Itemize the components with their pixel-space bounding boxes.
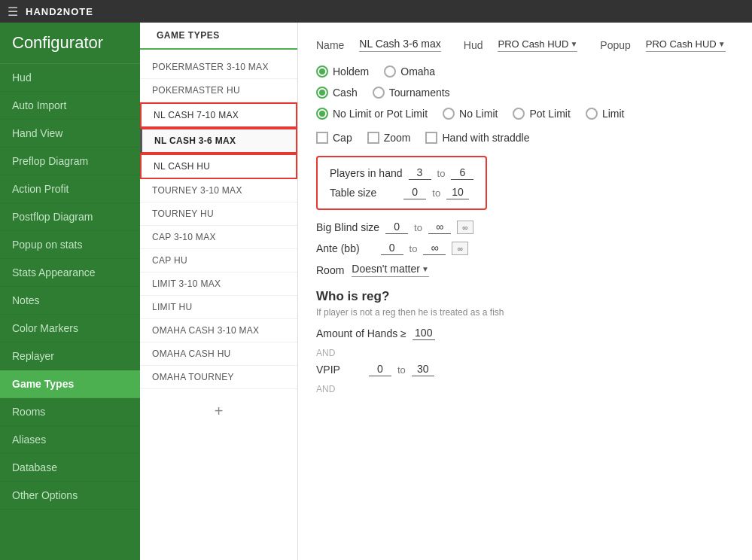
game-type-item-11[interactable]: OMAHA CASH 3-10 MAX	[140, 319, 297, 342]
table-size-to[interactable]: 10	[446, 186, 469, 199]
players-in-hand-to[interactable]: 6	[451, 166, 473, 180]
vpip-to[interactable]: 30	[412, 363, 434, 376]
popup-label: Popup	[600, 39, 630, 51]
no-limit-circle	[443, 108, 455, 120]
sidebar-item-color-markers[interactable]: Color Markers	[0, 315, 140, 342]
who-is-reg-section: Who is reg? If player is not a reg then …	[316, 289, 734, 394]
popup-select[interactable]: PRO Cash HUD ▼	[646, 38, 726, 52]
hand-with-straddle-label: Hand with straddle	[442, 132, 529, 144]
name-row: Name NL Cash 3-6 max Hud PRO Cash HUD ▼ …	[316, 38, 734, 52]
table-size-from[interactable]: 0	[403, 186, 426, 199]
no-limit-or-pot-label: No Limit or Pot Limit	[333, 108, 428, 120]
sidebar-item-game-types[interactable]: Game Types	[0, 370, 140, 398]
pot-limit-label: Pot Limit	[529, 108, 570, 120]
cap-checkbox[interactable]: Cap	[316, 132, 352, 144]
holdem-radio[interactable]: Holdem	[316, 65, 369, 78]
holdem-label: Holdem	[333, 65, 369, 78]
game-type-item-7[interactable]: CAP 3-10 MAX	[140, 226, 297, 249]
no-limit-or-pot-radio[interactable]: No Limit or Pot Limit	[316, 108, 428, 120]
name-label: Name	[316, 39, 344, 51]
game-type-item-6[interactable]: TOURNEY HU	[140, 202, 297, 226]
ante-inf-button[interactable]: ∞	[452, 242, 468, 255]
zoom-checkbox-label: Zoom	[384, 132, 411, 144]
game-type-item-5[interactable]: TOURNEY 3-10 MAX	[140, 179, 297, 202]
players-in-hand-from[interactable]: 3	[409, 166, 431, 180]
game-type-item-10[interactable]: LIMIT HU	[140, 296, 297, 319]
sidebar-item-postflop-diagram[interactable]: Postflop Diagram	[0, 203, 140, 231]
game-types-tab[interactable]: GAME TYPES	[148, 23, 229, 50]
amount-of-hands-label: Amount of Hands ≥	[316, 327, 406, 339]
name-value[interactable]: NL Cash 3-6 max	[359, 38, 440, 52]
vpip-from[interactable]: 0	[369, 363, 391, 376]
omaha-radio-circle	[384, 65, 396, 78]
no-limit-or-pot-circle	[316, 108, 328, 120]
pot-limit-circle	[513, 108, 525, 120]
middle-tabs: GAME TYPES	[140, 23, 297, 50]
and-label-1: AND	[316, 348, 734, 358]
game-type-item-13[interactable]: OMAHA TOURNEY	[140, 366, 297, 389]
game-type-item-12[interactable]: OMAHA CASH HU	[140, 342, 297, 366]
who-is-reg-title: Who is reg?	[316, 289, 734, 304]
hand-with-straddle-checkbox[interactable]: Hand with straddle	[425, 132, 529, 144]
hud-label: Hud	[464, 39, 483, 51]
game-type-item-9[interactable]: LIMIT 3-10 MAX	[140, 272, 297, 296]
game-types-list: POKERMASTER 3-10 MAXPOKERMASTER HUNL CAS…	[140, 50, 297, 395]
no-limit-label: No Limit	[459, 108, 498, 120]
sidebar-item-other-options[interactable]: Other Options	[0, 482, 140, 510]
big-blind-to-label: to	[414, 222, 422, 233]
game-type-item-4[interactable]: NL CASH HU	[140, 154, 297, 179]
omaha-radio[interactable]: Omaha	[384, 65, 435, 78]
sidebar-item-popup-on-stats[interactable]: Popup on stats	[0, 231, 140, 259]
game-type-item-1[interactable]: POKERMASTER HU	[140, 79, 297, 102]
sidebar-item-hud[interactable]: Hud	[0, 64, 140, 92]
amount-of-hands-row: Amount of Hands ≥ 100	[316, 327, 734, 340]
room-select[interactable]: Doesn't matter ▼	[352, 263, 429, 277]
sidebar-item-rooms[interactable]: Rooms	[0, 398, 140, 426]
game-type-item-2[interactable]: NL CASH 7-10 MAX	[140, 102, 297, 128]
big-blind-to[interactable]: ∞	[428, 221, 451, 234]
sidebar-item-notes[interactable]: Notes	[0, 287, 140, 315]
sidebar-item-preflop-diagram[interactable]: Preflop Diagram	[0, 148, 140, 175]
sidebar-item-replayer[interactable]: Replayer	[0, 342, 140, 370]
no-limit-radio[interactable]: No Limit	[443, 108, 498, 120]
cash-radio[interactable]: Cash	[316, 87, 358, 99]
room-dropdown-arrow: ▼	[422, 265, 429, 273]
omaha-label: Omaha	[400, 65, 435, 78]
vpip-to-label: to	[397, 364, 406, 376]
and-label-2: AND	[316, 384, 734, 394]
sidebar-item-action-profit[interactable]: Action Profit	[0, 175, 140, 203]
ante-from[interactable]: 0	[381, 242, 403, 255]
add-game-type-button[interactable]: +	[140, 395, 297, 428]
who-is-reg-desc: If player is not a reg then he is treate…	[316, 307, 734, 318]
sidebar-item-auto-import[interactable]: Auto Import	[0, 92, 140, 120]
topbar: ☰ HAND2NOTE	[0, 0, 752, 23]
big-blind-inf-button[interactable]: ∞	[457, 221, 473, 234]
zoom-checkbox[interactable]: Zoom	[367, 132, 411, 144]
menu-icon[interactable]: ☰	[8, 5, 18, 19]
sidebar-item-stats-appearance[interactable]: Stats Appearance	[0, 259, 140, 287]
hud-dropdown-arrow: ▼	[570, 40, 577, 48]
tournaments-label: Tournaments	[389, 87, 450, 99]
limit-radio[interactable]: Limit	[586, 108, 625, 120]
ante-label: Ante (bb)	[316, 242, 360, 254]
popup-value: PRO Cash HUD	[646, 38, 717, 50]
tournaments-radio[interactable]: Tournaments	[373, 87, 450, 99]
main-content: Name NL Cash 3-6 max Hud PRO Cash HUD ▼ …	[298, 23, 752, 560]
ante-row: Ante (bb) 0 to ∞ ∞	[316, 242, 734, 255]
sidebar-header: Configurator	[0, 23, 140, 64]
sidebar-item-database[interactable]: Database	[0, 454, 140, 482]
big-blind-label: Big Blind size	[316, 221, 379, 233]
sidebar-item-hand-view[interactable]: Hand View	[0, 120, 140, 148]
amount-of-hands-value[interactable]: 100	[413, 327, 435, 340]
game-type-item-3[interactable]: NL CASH 3-6 MAX	[140, 128, 297, 154]
holdem-radio-circle	[316, 65, 328, 78]
game-type-item-0[interactable]: POKERMASTER 3-10 MAX	[140, 56, 297, 79]
hud-select[interactable]: PRO Cash HUD ▼	[498, 38, 577, 52]
cash-label: Cash	[333, 87, 358, 99]
pot-limit-radio[interactable]: Pot Limit	[513, 108, 570, 120]
limit-label: Limit	[602, 108, 625, 120]
big-blind-from[interactable]: 0	[385, 221, 408, 234]
game-type-item-8[interactable]: CAP HU	[140, 249, 297, 272]
sidebar-item-aliases[interactable]: Aliases	[0, 426, 140, 454]
ante-to[interactable]: ∞	[423, 242, 446, 255]
